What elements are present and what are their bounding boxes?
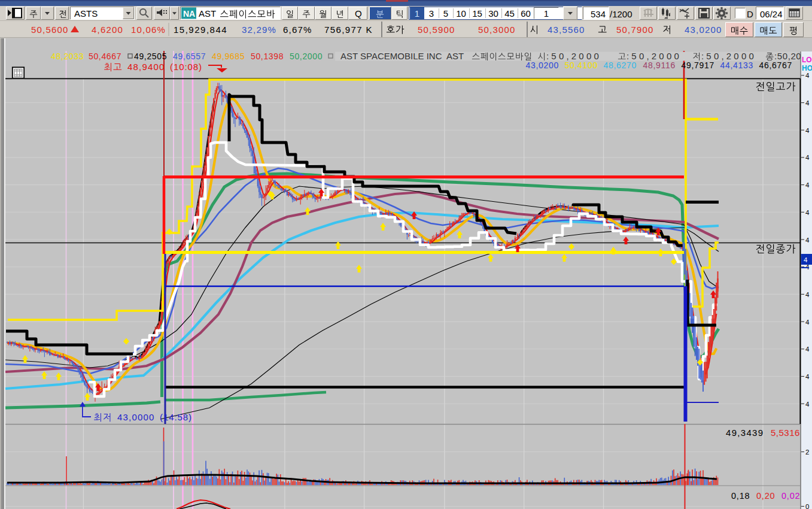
svg-text:3: 3 [429,8,434,19]
svg-text:4: 4 [805,72,810,79]
svg-text:50,1398: 50,1398 [251,51,284,61]
svg-text:AST SPACEMOBILE INC: AST SPACEMOBILE INC [340,51,442,61]
svg-text:44,4133: 44,4133 [720,60,753,70]
svg-text:4: 4 [804,256,808,263]
svg-text:50,5600: 50,5600 [31,25,69,35]
svg-text:50,2000: 50,2000 [290,51,323,61]
svg-text:(14:58): (14:58) [160,412,192,422]
svg-text:1: 1 [544,8,549,19]
svg-text:10: 10 [456,8,466,19]
svg-text:4,6200: 4,6200 [92,25,123,35]
svg-text:5: 5 [443,8,448,19]
svg-text:49,6557: 49,6557 [173,51,206,61]
svg-text:4: 4 [805,346,810,353]
svg-text:4: 4 [805,401,810,408]
svg-text:Q: Q [355,8,362,19]
svg-text:43,0200: 43,0200 [685,25,722,35]
svg-text:5,5316: 5,5316 [771,428,800,438]
svg-text:48,6270: 48,6270 [603,60,637,70]
svg-text:15: 15 [472,8,482,19]
svg-text:AST: AST [199,8,216,19]
svg-text:49,3439: 49,3439 [726,428,764,438]
svg-text:D: D [747,9,753,19]
svg-text:0,02: 0,02 [781,491,800,501]
svg-text:2: 2 [805,449,809,456]
svg-text:AST: AST [446,51,464,61]
svg-text:50,4667: 50,4667 [89,51,121,61]
svg-text::50,2000: :50,2000 [701,51,756,61]
svg-text:45: 45 [504,8,515,19]
svg-text:48,9116: 48,9116 [643,60,676,70]
svg-text:49,9685: 49,9685 [212,51,245,61]
svg-text::50,2000: :50,2000 [546,51,601,61]
svg-text:4: 4 [805,237,810,244]
svg-text:49,7917: 49,7917 [681,60,714,70]
svg-text:48,2033: 48,2033 [51,51,84,61]
svg-text:(10:08): (10:08) [170,62,202,72]
svg-text:0,20: 0,20 [756,491,775,501]
svg-text:756,977 K: 756,977 K [324,25,373,35]
svg-text:4: 4 [805,127,810,134]
svg-text:4: 4 [805,181,810,189]
svg-text:43,5560: 43,5560 [548,25,585,35]
svg-text:4: 4 [805,291,810,298]
svg-text:4: 4 [805,319,810,326]
svg-text:48,9400: 48,9400 [127,62,165,72]
svg-text:30: 30 [488,8,498,19]
svg-text:32,29%: 32,29% [242,25,276,35]
svg-text:4: 4 [805,154,810,161]
svg-text:1: 1 [415,8,419,19]
svg-text:HO: HO [802,64,812,72]
svg-text:43,0200: 43,0200 [525,60,559,70]
svg-text:6,67%: 6,67% [283,25,312,35]
svg-text:50,4100: 50,4100 [564,60,598,70]
svg-text::50,2000: :50,2000 [627,51,682,61]
svg-text:50,5900: 50,5900 [418,25,455,35]
svg-text:60: 60 [521,8,531,19]
svg-text:0: 0 [805,503,809,509]
svg-text:NA: NA [183,9,195,19]
svg-text:ASTS: ASTS [74,8,98,19]
svg-text:10,06%: 10,06% [131,25,166,35]
svg-text:534: 534 [591,9,606,19]
svg-text:15,929,844: 15,929,844 [174,25,227,35]
svg-text:06/24: 06/24 [760,9,783,19]
svg-text:LO: LO [802,56,812,64]
svg-text:49,2505: 49,2505 [134,51,167,61]
svg-text:43,0000: 43,0000 [117,412,155,422]
svg-text:4: 4 [805,99,810,107]
svg-text:50,7900: 50,7900 [616,25,654,35]
svg-text:46,6767: 46,6767 [759,60,792,70]
svg-text:/1200: /1200 [610,9,632,19]
svg-text:4: 4 [805,209,810,216]
svg-text:4: 4 [805,373,810,380]
svg-text:50,3000: 50,3000 [478,25,516,35]
svg-text:0,18: 0,18 [731,491,750,501]
